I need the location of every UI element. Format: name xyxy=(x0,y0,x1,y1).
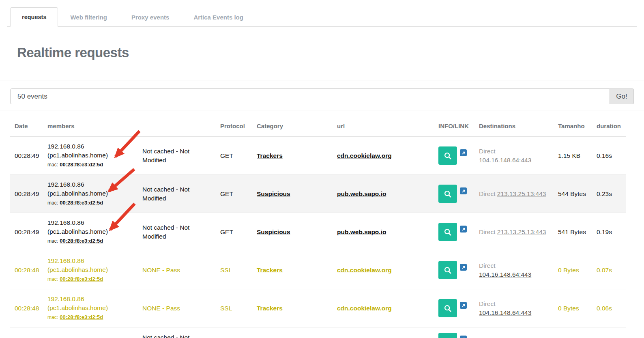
inspect-request-button[interactable] xyxy=(438,299,457,317)
destination-ip-link[interactable]: 104.16.148.64:443 xyxy=(479,309,531,316)
destination-type: Direct xyxy=(479,148,495,155)
tab-artica-events-log[interactable]: Artica Events log xyxy=(181,8,255,27)
member-mac-link[interactable]: 00:28:f8:e3:d2:5d xyxy=(60,238,103,244)
size-cell: 544 Bytes xyxy=(554,175,592,213)
category-cell: Suspicious xyxy=(252,213,333,251)
date-cell: 00:28:49 xyxy=(10,213,43,251)
category-link[interactable]: Suspicious xyxy=(257,228,290,235)
external-link-icon[interactable] xyxy=(460,226,467,233)
col-header-destinations: Destinations xyxy=(474,110,554,137)
size-cell: 0 Bytes xyxy=(554,289,592,327)
inspect-request-button[interactable] xyxy=(438,333,457,338)
events-count-input[interactable] xyxy=(10,88,610,104)
requests-table: Date members Protocol Category url INFO/… xyxy=(10,110,626,338)
cache-status-cell: Not cached - Not Modified xyxy=(138,327,216,338)
url-link[interactable]: pub.web.sapo.io xyxy=(337,228,386,235)
search-icon xyxy=(443,228,452,237)
members-cell: 192.168.0.86 (pc1.abolinhas.home) mac: 0… xyxy=(43,137,138,175)
destinations-cell: Direct 104.16.148.64:443 xyxy=(474,289,554,327)
protocol-cell: GET xyxy=(216,175,252,213)
col-header-date: Date xyxy=(10,110,43,137)
external-link-icon[interactable] xyxy=(460,336,467,338)
destination-ip-link[interactable]: 213.13.25.13:443 xyxy=(497,228,546,235)
external-link-icon[interactable] xyxy=(460,302,467,309)
page-title: Realtime requests xyxy=(17,45,644,61)
inspect-request-button[interactable] xyxy=(438,146,457,165)
category-link[interactable]: Trackers xyxy=(257,152,283,159)
duration-cell: 0.07s xyxy=(592,251,626,289)
mac-label: mac: xyxy=(47,314,58,320)
protocol-cell: SSL xyxy=(216,251,252,289)
events-filter-row: Go! xyxy=(10,88,634,104)
info-link-cell xyxy=(434,327,474,338)
size-cell: 1.15 KB xyxy=(554,137,592,175)
cache-status-cell: Not cached - Not Modified xyxy=(138,175,216,213)
member-ip: 192.168.0.86 xyxy=(47,142,134,151)
tab-requests[interactable]: requests xyxy=(10,7,58,27)
member-mac-link[interactable]: 00:28:f8:e3:d2:5d xyxy=(60,200,103,206)
search-icon xyxy=(443,266,452,275)
table-row: 00:28:49 192.168.0.86 (pc1.abolinhas.hom… xyxy=(10,213,626,251)
category-cell: Trackers xyxy=(252,251,333,289)
mac-label: mac: xyxy=(47,162,58,168)
cache-status-cell: NONE - Pass xyxy=(138,289,216,327)
table-row: 00:28:49 192.168.0.86 (pc1.abolinhas.hom… xyxy=(10,175,626,213)
duration-cell: 0.19s xyxy=(592,213,626,251)
cache-status-cell: NONE - Pass xyxy=(138,251,216,289)
date-cell: 00:28:49 xyxy=(10,137,43,175)
member-ip: 192.168.0.86 xyxy=(47,295,134,304)
url-link[interactable]: cdn.cookielaw.org xyxy=(337,305,392,312)
go-button[interactable]: Go! xyxy=(610,88,634,104)
member-mac-line: mac: 00:28:f8:e3:d2:5d xyxy=(47,236,134,245)
info-link-cell xyxy=(434,137,474,175)
inspect-request-button[interactable] xyxy=(438,223,457,241)
url-cell: cdn.cookielaw.org xyxy=(333,289,434,327)
url-link[interactable]: pub.web.sapo.io xyxy=(337,190,386,197)
info-link-cell xyxy=(434,175,474,213)
members-cell: 192.168.0.86 (pc1.abolinhas.home) mac: 0… xyxy=(43,175,138,213)
url-cell: pub.web.sapo.io xyxy=(333,213,434,251)
mac-label: mac: xyxy=(47,238,58,244)
date-cell: 00:28:48 xyxy=(10,289,43,327)
url-cell xyxy=(333,327,434,338)
member-mac-line: mac: 00:28:f8:e3:d2:5d xyxy=(47,274,134,284)
member-mac-link[interactable]: 00:28:f8:e3:d2:5d xyxy=(60,276,103,282)
table-row: 192.168.0.86 Not cached - Not Modified xyxy=(10,327,626,338)
tab-web-filtering[interactable]: Web filtering xyxy=(58,8,119,27)
inspect-request-button[interactable] xyxy=(438,261,457,279)
member-mac-link[interactable]: 00:28:f8:e3:d2:5d xyxy=(60,314,103,320)
destination-ip-link[interactable]: 104.16.148.64:443 xyxy=(479,271,531,278)
col-header-info-link: INFO/LINK xyxy=(434,110,474,137)
category-link[interactable]: Trackers xyxy=(257,267,283,273)
info-link-cell xyxy=(434,251,474,289)
members-cell: 192.168.0.86 xyxy=(43,327,138,338)
tab-bar: requests Web filtering Proxy events Arti… xyxy=(7,7,637,27)
cache-status-cell: Not cached - Not Modified xyxy=(138,213,216,251)
destination-type: Direct xyxy=(479,262,495,269)
url-link[interactable]: cdn.cookielaw.org xyxy=(337,152,392,159)
inspect-request-button[interactable] xyxy=(438,185,457,203)
destination-ip-link[interactable]: 213.13.25.13:443 xyxy=(497,190,546,197)
destination-type: Direct xyxy=(479,190,495,197)
member-ip: 192.168.0.86 xyxy=(47,180,134,189)
duration-cell: 0.23s xyxy=(592,175,626,213)
member-mac-line: mac: 00:28:f8:e3:d2:5d xyxy=(47,312,134,322)
member-mac-link[interactable]: 00:28:f8:e3:d2:5d xyxy=(60,161,103,168)
category-link[interactable]: Suspicious xyxy=(257,190,290,197)
url-cell: pub.web.sapo.io xyxy=(333,175,434,213)
external-link-icon[interactable] xyxy=(460,149,467,156)
destinations-cell: Direct 104.16.148.64:443 xyxy=(474,251,554,289)
duration-cell: 0.06s xyxy=(592,289,626,327)
info-link-cell xyxy=(434,289,474,327)
tab-proxy-events[interactable]: Proxy events xyxy=(119,8,181,27)
member-ip: 192.168.0.86 xyxy=(47,218,134,227)
category-link[interactable]: Trackers xyxy=(257,305,283,312)
member-hostname: (pc1.abolinhas.home) xyxy=(47,189,134,198)
search-icon xyxy=(443,189,452,198)
protocol-cell: SSL xyxy=(216,289,252,327)
external-link-icon[interactable] xyxy=(460,264,467,271)
destination-ip-link[interactable]: 104.16.148.64:443 xyxy=(479,157,531,164)
url-link[interactable]: cdn.cookielaw.org xyxy=(337,267,392,273)
member-ip: 192.168.0.86 xyxy=(47,256,134,265)
external-link-icon[interactable] xyxy=(460,187,467,194)
